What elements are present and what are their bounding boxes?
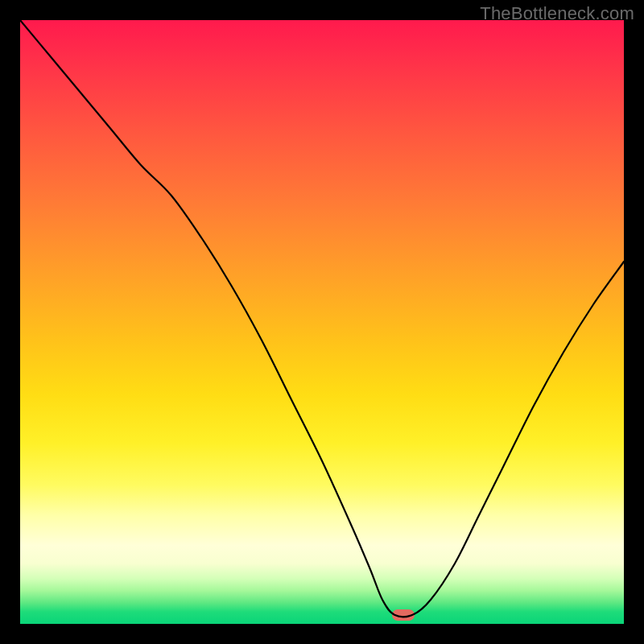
chart-frame: TheBottleneck.com — [0, 0, 644, 644]
bottleneck-curve — [20, 20, 624, 617]
watermark-text: TheBottleneck.com — [480, 3, 634, 24]
plot-area — [20, 20, 624, 624]
curve-layer — [20, 20, 624, 624]
